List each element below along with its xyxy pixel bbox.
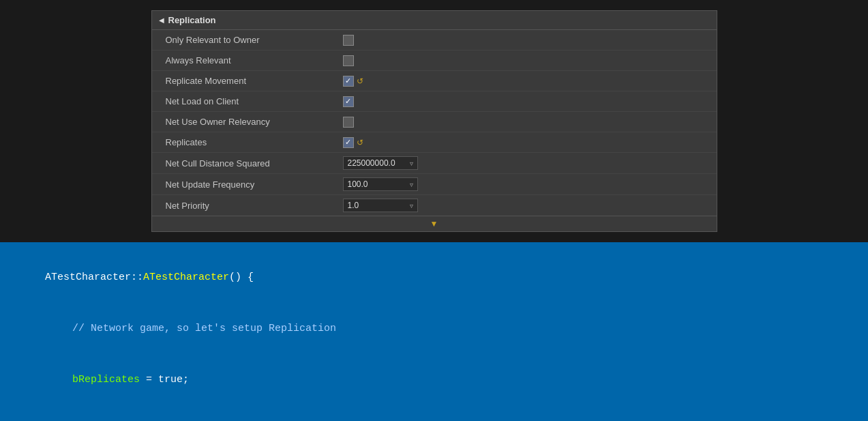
panel-title: Replication	[168, 15, 216, 25]
panel-footer: ▼	[152, 216, 717, 231]
number-spinner-icon[interactable]: ▿	[410, 181, 413, 188]
prop-row: Net Update Frequency100.0▿	[152, 174, 717, 195]
checkbox-checked-icon[interactable]: ✓	[343, 96, 354, 107]
number-value: 225000000.0	[348, 158, 395, 168]
prop-label: Net Load on Client	[166, 96, 343, 106]
code-var-breplicates: bReplicates	[72, 374, 140, 386]
collapse-arrow-icon[interactable]: ◀	[159, 16, 164, 24]
prop-control[interactable]: ✓	[343, 96, 354, 107]
prop-label: Only Relevant to Owner	[166, 35, 343, 45]
prop-label: Replicates	[166, 137, 343, 147]
prop-control[interactable]	[343, 35, 354, 46]
prop-row: Only Relevant to Owner	[152, 30, 717, 50]
checkbox-unchecked-icon[interactable]	[343, 117, 354, 128]
reset-icon[interactable]: ↺	[357, 138, 363, 147]
replication-panel: ◀ Replication Only Relevant to OwnerAlwa…	[151, 10, 717, 232]
prop-control[interactable]: 1.0▿	[343, 199, 418, 212]
prop-control[interactable]: ✓↺	[343, 76, 363, 87]
panel-body: Only Relevant to OwnerAlways RelevantRep…	[152, 30, 717, 216]
prop-row: Net Load on Client✓	[152, 91, 717, 112]
prop-label: Net Cull Distance Squared	[166, 158, 343, 169]
prop-control[interactable]	[343, 117, 354, 128]
code-assign-1: = true;	[140, 374, 189, 386]
number-spinner-icon[interactable]: ▿	[410, 202, 413, 209]
prop-label: Always Relevant	[166, 55, 343, 66]
prop-control[interactable]	[343, 55, 354, 66]
prop-row: Replicates✓↺	[152, 132, 717, 153]
prop-label: Net Priority	[166, 201, 343, 211]
prop-row: Net Priority1.0▿	[152, 195, 717, 216]
prop-row: Replicate Movement✓↺	[152, 71, 717, 91]
prop-control[interactable]: ✓↺	[343, 137, 363, 148]
checkbox-unchecked-icon[interactable]	[343, 55, 354, 66]
reset-icon[interactable]: ↺	[357, 76, 363, 86]
prop-row: Net Use Owner Relevancy	[152, 112, 717, 132]
prop-control[interactable]: 100.0▿	[343, 177, 418, 191]
code-line-4: bReplicateMovement = true;	[20, 409, 848, 421]
number-value: 1.0	[348, 201, 359, 210]
checkbox-unchecked-icon[interactable]	[343, 35, 354, 46]
prop-row: Always Relevant	[152, 50, 717, 71]
checkbox-checked-icon[interactable]: ✓	[343, 76, 354, 87]
number-input[interactable]: 225000000.0▿	[343, 156, 418, 170]
prop-row: Net Cull Distance Squared225000000.0▿	[152, 153, 717, 174]
code-panel: ATestCharacter::ATestCharacter() { // Ne…	[0, 242, 868, 421]
top-area: ◀ Replication Only Relevant to OwnerAlwa…	[0, 0, 868, 242]
prop-label: Net Use Owner Relevancy	[166, 117, 343, 127]
code-comment: // Network game, so let's setup Replicat…	[72, 323, 336, 334]
code-line-2: // Network game, so let's setup Replicat…	[20, 307, 848, 350]
number-value: 100.0	[348, 179, 368, 189]
code-line-1: ATestCharacter::ATestCharacter() {	[20, 256, 848, 299]
prop-label: Net Update Frequency	[166, 179, 343, 190]
number-input[interactable]: 100.0▿	[343, 177, 418, 191]
code-class-name: ATestCharacter	[45, 272, 131, 283]
code-separator: ::	[131, 272, 143, 283]
checkbox-checked-icon[interactable]: ✓	[343, 137, 354, 148]
code-line-3: bReplicates = true;	[20, 358, 848, 401]
number-spinner-icon[interactable]: ▿	[410, 160, 413, 167]
scroll-down-icon[interactable]: ▼	[430, 219, 438, 229]
code-paren: () {	[229, 272, 254, 283]
panel-header[interactable]: ◀ Replication	[152, 11, 717, 30]
prop-label: Replicate Movement	[166, 76, 343, 86]
number-input[interactable]: 1.0▿	[343, 199, 418, 212]
code-constructor: ATestCharacter	[143, 272, 229, 283]
prop-control[interactable]: 225000000.0▿	[343, 156, 418, 170]
